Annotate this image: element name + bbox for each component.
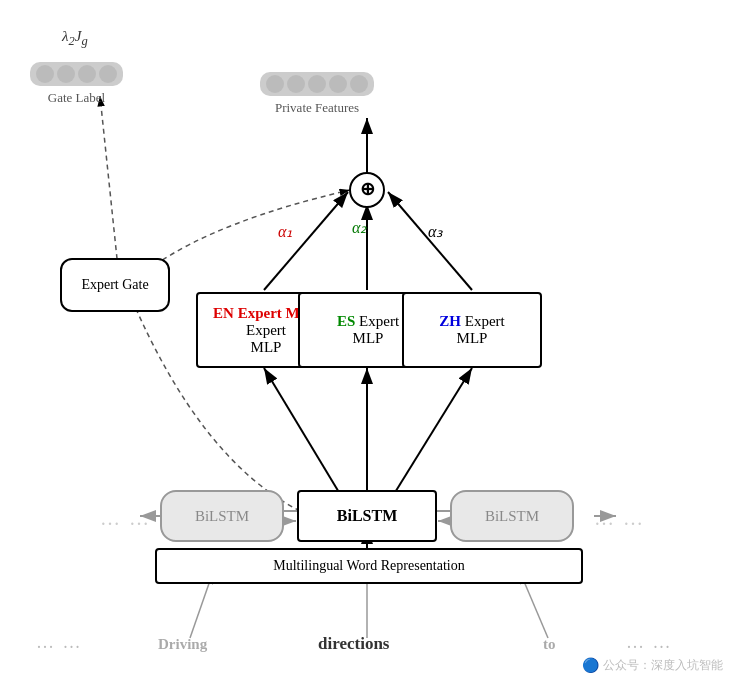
multilingual-word-rep-label: Multilingual Word Representation <box>273 558 464 574</box>
bilstm-left: BiLSTM <box>160 490 284 542</box>
circle-plus: ⊕ <box>349 172 385 208</box>
svg-line-8 <box>264 192 348 290</box>
watermark: 🔵 公众号：深度入坑智能 <box>582 657 723 674</box>
dots-left: … … <box>36 632 83 653</box>
dots-right: … … <box>626 632 673 653</box>
svg-line-21 <box>100 96 118 268</box>
bilstm-left-label: BiLSTM <box>195 508 249 525</box>
private-features-label: Private Features <box>275 100 359 116</box>
es-text: ES <box>337 313 355 329</box>
gate-label-pill <box>30 62 123 86</box>
svg-line-10 <box>388 192 472 290</box>
zh-expert-label: ExpertMLP <box>457 313 505 346</box>
watermark-text: 公众号：深度入坑智能 <box>603 657 723 674</box>
word-driving: Driving <box>158 636 207 653</box>
expert-gate-label: Expert Gate <box>81 277 148 293</box>
zh-text: ZH <box>439 313 461 329</box>
multilingual-word-rep: Multilingual Word Representation <box>155 548 583 584</box>
svg-line-7 <box>394 368 472 494</box>
alpha2-label: α₂ <box>352 218 366 237</box>
zh-expert-box: ZH ExpertMLP <box>402 292 542 368</box>
word-directions: directions <box>318 634 389 654</box>
private-features-pill <box>260 72 374 96</box>
diagram: Private Features Gate Label λ2Jg ⊕ EN Ex… <box>0 0 733 684</box>
bilstm-right: BiLSTM <box>450 490 574 542</box>
dots-bilstm-right: … … <box>594 507 645 530</box>
gate-label-container: Gate Label <box>30 62 123 106</box>
en-expert-label: ExpertMLP <box>246 322 286 355</box>
private-features-container: Private Features <box>260 72 374 116</box>
dots-bilstm-left: … … <box>100 507 151 530</box>
bilstm-center: BiLSTM <box>297 490 437 542</box>
es-expert-label: ExpertMLP <box>353 313 399 346</box>
svg-line-5 <box>264 368 340 494</box>
alpha3-label: α₃ <box>428 222 442 241</box>
bilstm-right-label: BiLSTM <box>485 508 539 525</box>
alpha1-label: α₁ <box>278 222 292 241</box>
word-to: to <box>543 636 556 653</box>
gate-label-text: Gate Label <box>48 90 105 106</box>
expert-gate-box: Expert Gate <box>60 258 170 312</box>
bilstm-center-label: BiLSTM <box>337 507 397 525</box>
lambda-label: λ2Jg <box>62 28 88 49</box>
